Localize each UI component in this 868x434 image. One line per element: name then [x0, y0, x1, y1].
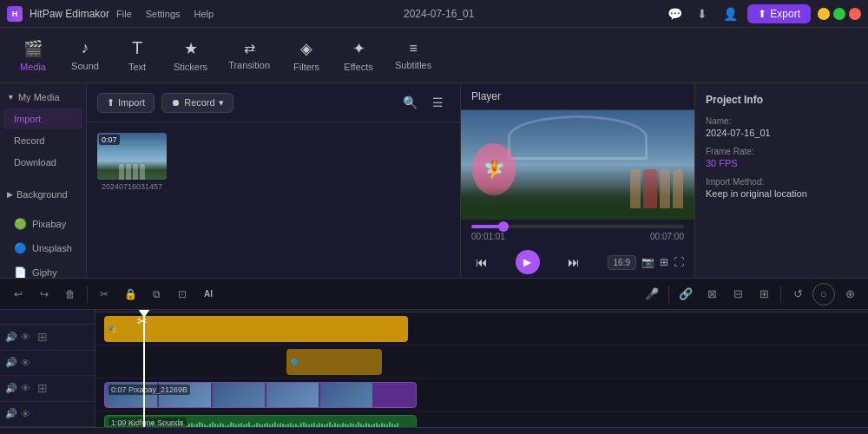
download-icon[interactable]: ⬇ [692, 3, 713, 24]
track3-icon3[interactable]: ⊞ [37, 381, 48, 395]
thumb-strip-3 [213, 383, 265, 407]
track2-icon1[interactable]: 🔊 [5, 357, 17, 368]
track-row-4: 1:09 Kidfone Sounds [95, 411, 868, 427]
close-button[interactable] [849, 8, 861, 20]
player-person-2 [643, 169, 657, 208]
grid-icon[interactable]: ⊞ [660, 256, 668, 268]
menu-settings[interactable]: Settings [146, 9, 181, 19]
track4-icon1[interactable]: 🔊 [5, 408, 17, 419]
add-icon[interactable]: ⊕ [838, 283, 861, 306]
skip-back-button[interactable]: ⏮ [471, 252, 492, 273]
track2-icon2[interactable]: 👁 [21, 358, 30, 368]
unsplash-icon: 🔵 [14, 242, 27, 254]
track3-icon2[interactable]: 👁 [21, 383, 30, 393]
sidebar: ▼ My Media Import Record Download ▶ Back… [0, 83, 87, 278]
ruler-spacer [0, 310, 95, 325]
scissors-button[interactable]: ✂ [93, 283, 115, 306]
progress-bar[interactable] [471, 225, 684, 228]
delete-button[interactable]: 🗑 [59, 283, 82, 306]
import-button[interactable]: ⬆ Import [97, 93, 155, 113]
pixabay-icon: 🟢 [14, 218, 27, 230]
total-time: 00:07:00 [650, 232, 684, 241]
redo-button[interactable]: ↪ [33, 283, 56, 306]
play-button[interactable]: ▶ [516, 250, 540, 274]
aspect-ratio-badge[interactable]: 16:9 [608, 255, 636, 270]
camera-icon[interactable]: 📷 [641, 256, 654, 268]
sidebar-item-import[interactable]: Import [3, 108, 82, 129]
toolbar-subtitles[interactable]: ≡ Subtitles [385, 36, 442, 76]
tl-separator-1 [87, 286, 88, 303]
player-person-3 [660, 169, 670, 208]
my-media-header[interactable]: ▼ My Media [0, 87, 86, 108]
clip-title-1[interactable]: 🎭 [104, 316, 408, 342]
sidebar-item-download[interactable]: Download [3, 152, 82, 173]
track4-icon2[interactable]: 👁 [21, 409, 30, 419]
clip-secondary-1[interactable]: 🔷 [286, 349, 382, 375]
split2-icon[interactable]: ⊟ [727, 283, 749, 306]
sidebar-item-unsplash[interactable]: 🔵 Unsplash [3, 237, 82, 260]
track1-icon2[interactable]: 👁 [21, 332, 30, 342]
toolbar-effects[interactable]: ✦ Effects [332, 34, 385, 77]
frame-rate-label: Frame Rate: [706, 147, 858, 156]
merge-icon[interactable]: ⊞ [753, 283, 775, 306]
fullscreen-icon[interactable]: ⛶ [674, 256, 684, 268]
search-button[interactable]: 🔍 [398, 90, 422, 115]
sidebar-item-record[interactable]: Record [3, 130, 82, 151]
copy-button[interactable]: ⊡ [171, 283, 194, 306]
background-header[interactable]: ▶ Background [0, 184, 86, 205]
toolbar-media[interactable]: 🎬 Media [7, 34, 59, 77]
sidebar-item-pixabay[interactable]: 🟢 Pixabay [3, 213, 82, 235]
track1-icon3[interactable]: ⊞ [37, 330, 48, 344]
timeline-scrollbar[interactable] [0, 427, 868, 434]
player-header: Player [461, 83, 694, 110]
window-controls [818, 8, 861, 20]
clip-audio[interactable]: 1:09 Kidfone Sounds [104, 415, 417, 427]
account-icon[interactable]: 👤 [720, 3, 740, 24]
chat-icon[interactable]: 💬 [664, 3, 685, 24]
pixabay-label: Pixabay [32, 219, 66, 229]
timeline-ruler-area: :30 | 0:02 0:04 0:06 0:08 0:10 0:12 0:13… [95, 310, 868, 427]
rotate-icon[interactable]: ↺ [786, 283, 809, 306]
clip-video-main[interactable]: 0:07 Pixabay_21269B [104, 382, 417, 408]
maximize-button[interactable] [833, 8, 845, 20]
chevron-right-icon: ▶ [7, 190, 13, 199]
skip-forward-button[interactable]: ⏭ [563, 252, 584, 273]
toolbar-sound[interactable]: ♪ Sound [59, 34, 111, 76]
menu-file[interactable]: File [116, 9, 132, 19]
undo-button[interactable]: ↩ [7, 283, 30, 306]
effects-icon: ✦ [352, 39, 365, 58]
track3-icon1[interactable]: 🔊 [5, 383, 17, 394]
tl-separator-3 [780, 286, 781, 303]
main-content: ▼ My Media Import Record Download ▶ Back… [0, 83, 868, 278]
audio-clip-label: 1:09 Kidfone Sounds [108, 418, 187, 427]
split-button[interactable]: ⧉ [145, 283, 168, 306]
toolbar-stickers[interactable]: ★ Stickers [163, 34, 218, 77]
media-thumb-1[interactable]: 0:07 20240716031457 [97, 133, 167, 191]
player-video: 🧚 [461, 110, 694, 220]
timeline-content: 🔊 👁 ⊞ 🔊 👁 🔊 👁 ⊞ 🔊 👁 :30 [0, 310, 868, 427]
menu-help[interactable]: Help [194, 9, 214, 19]
import-method-label: Import Method: [706, 177, 858, 187]
video-clip-label: 0:07 Pixabay_21269B [108, 385, 190, 395]
player-progress: 00:01:01 00:07:00 [461, 220, 694, 247]
toolbar-text[interactable]: T Text [111, 33, 163, 77]
lock-button[interactable]: 🔒 [119, 283, 141, 306]
export-button[interactable]: ⬆ Export [747, 4, 811, 23]
trim-icon[interactable]: ⊠ [700, 283, 723, 306]
minimize-button[interactable] [818, 8, 830, 20]
toolbar-filters[interactable]: ◈ Filters [280, 34, 332, 77]
timeline-tracks: ✂ 🎭 🔷 [95, 312, 868, 427]
track1-icon1[interactable]: 🔊 [5, 332, 17, 343]
link-icon[interactable]: 🔗 [674, 283, 697, 306]
circle-icon[interactable]: ○ [812, 283, 835, 306]
frame-rate-value: 30 FPS [706, 158, 858, 168]
ai-button[interactable]: AI [197, 283, 220, 306]
filters-icon: ◈ [300, 39, 312, 58]
sidebar-item-giphy[interactable]: 📄 Giphy [3, 261, 82, 278]
track-header-4: 🔊 👁 [0, 402, 95, 427]
list-view-button[interactable]: ☰ [425, 90, 450, 115]
record-button[interactable]: ⏺ Record ▾ [161, 93, 233, 113]
mic-icon[interactable]: 🎤 [641, 283, 663, 306]
toolbar-transition[interactable]: ⇄ Transition [218, 35, 280, 76]
player-video-bg: 🧚 [461, 110, 694, 220]
